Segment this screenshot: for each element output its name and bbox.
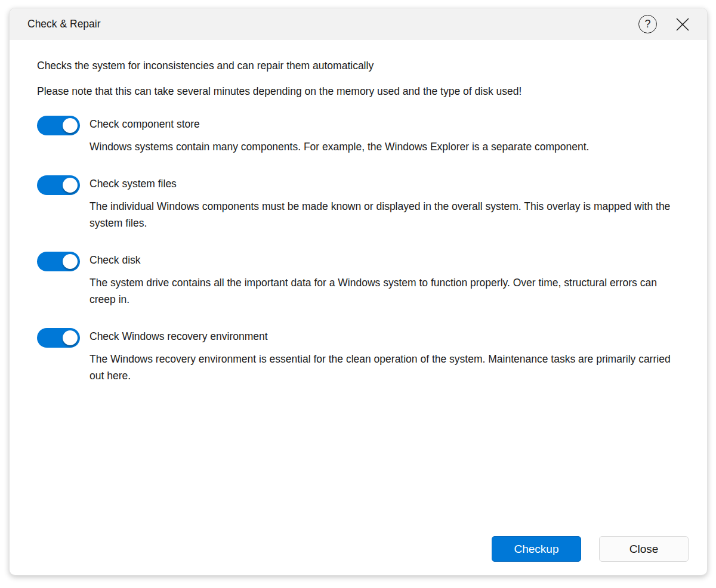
option-row-recovery-environment: Check Windows recovery environment The W… xyxy=(37,327,683,384)
option-row-disk: Check disk The system drive contains all… xyxy=(37,250,683,308)
option-text: Check system files The individual Window… xyxy=(90,174,683,231)
option-description: Windows systems contain many components.… xyxy=(90,138,683,155)
toggle-check-component-store[interactable] xyxy=(37,116,80,135)
help-button[interactable]: ? xyxy=(638,15,657,33)
option-text: Check disk The system drive contains all… xyxy=(90,250,683,308)
toggle-check-disk[interactable] xyxy=(37,252,80,271)
option-label: Check component store xyxy=(90,117,683,131)
window-title: Check & Repair xyxy=(27,18,101,30)
question-mark-icon: ? xyxy=(644,18,650,30)
toggle-check-recovery-environment[interactable] xyxy=(37,328,80,348)
intro-line-2: Please note that this can take several m… xyxy=(37,83,683,99)
option-description: The individual Windows components must b… xyxy=(90,198,683,231)
intro-line-1: Checks the system for inconsistencies an… xyxy=(37,58,683,73)
footer-buttons: Checkup Close xyxy=(492,536,689,562)
toggle-knob xyxy=(63,178,78,193)
check-and-repair-dialog: Check & Repair ? Checks the system for i… xyxy=(9,8,708,575)
option-description: The system drive contains all the import… xyxy=(90,274,683,308)
checkup-button[interactable]: Checkup xyxy=(492,536,581,562)
toggle-knob xyxy=(63,118,78,133)
close-icon xyxy=(675,17,690,32)
option-label: Check disk xyxy=(90,253,683,267)
option-label: Check system files xyxy=(90,177,683,191)
close-window-button[interactable] xyxy=(675,17,690,32)
toggle-knob xyxy=(63,254,78,269)
option-row-system-files: Check system files The individual Window… xyxy=(37,174,683,231)
toggle-check-system-files[interactable] xyxy=(37,175,80,195)
option-description: The Windows recovery environment is esse… xyxy=(90,351,683,384)
option-text: Check Windows recovery environment The W… xyxy=(90,327,683,384)
dialog-content: Checks the system for inconsistencies an… xyxy=(10,40,707,384)
titlebar: Check & Repair ? xyxy=(10,8,707,40)
option-label: Check Windows recovery environment xyxy=(90,329,683,343)
close-button[interactable]: Close xyxy=(599,536,689,562)
option-row-component-store: Check component store Windows systems co… xyxy=(37,114,683,155)
option-text: Check component store Windows systems co… xyxy=(90,114,683,155)
intro-text: Checks the system for inconsistencies an… xyxy=(37,58,683,99)
toggle-knob xyxy=(63,330,78,345)
